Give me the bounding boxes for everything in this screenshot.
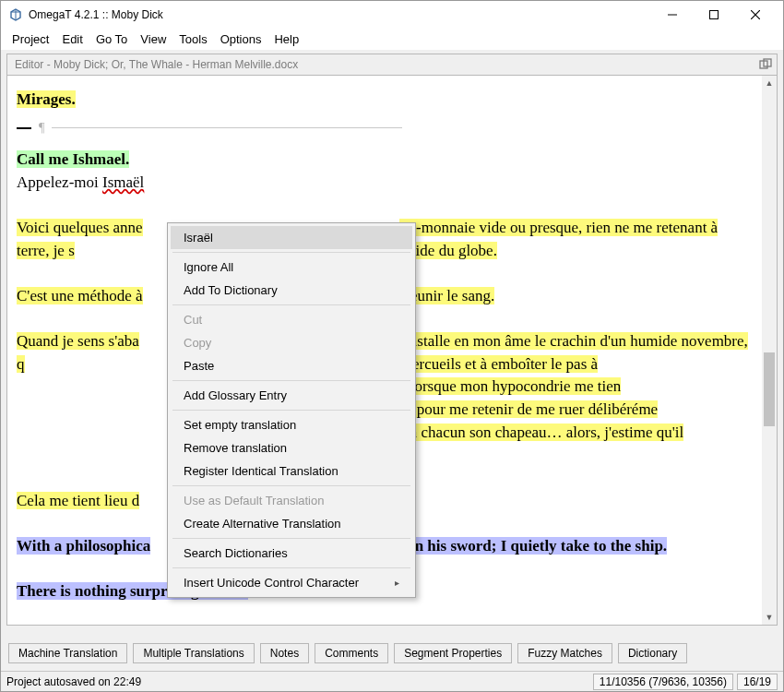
segment[interactable]: C'est une méthode à bbox=[17, 287, 143, 304]
status-progress: 16/19 bbox=[737, 674, 778, 690]
tab-segment-properties[interactable]: Segment Properties bbox=[394, 643, 512, 663]
ctx-separator bbox=[172, 538, 410, 539]
tab-machine-translation[interactable]: Machine Translation bbox=[8, 643, 127, 663]
ctx-paste[interactable]: Paste bbox=[171, 354, 412, 377]
close-button[interactable] bbox=[734, 1, 776, 29]
ctx-cut: Cut bbox=[171, 308, 412, 331]
ctx-remove-translation[interactable]: Remove translation bbox=[171, 436, 412, 459]
menu-edit[interactable]: Edit bbox=[56, 30, 88, 48]
context-menu: Israël Ignore All Add To Dictionary Cut … bbox=[167, 222, 416, 598]
menu-view[interactable]: View bbox=[135, 30, 172, 48]
ctx-create-alternative[interactable]: Create Alternative Translation bbox=[171, 512, 412, 535]
menu-bar: Project Edit Go To View Tools Options He… bbox=[1, 29, 783, 50]
tab-dictionary[interactable]: Dictionary bbox=[618, 643, 687, 663]
maximize-button[interactable] bbox=[693, 1, 734, 29]
ctx-set-empty-translation[interactable]: Set empty translation bbox=[171, 413, 412, 436]
ctx-add-to-dictionary[interactable]: Add To Dictionary bbox=[171, 279, 412, 302]
minimize-button[interactable] bbox=[651, 1, 693, 29]
svg-rect-3 bbox=[709, 11, 718, 19]
scroll-down-icon[interactable]: ▼ bbox=[762, 610, 777, 625]
segment[interactable]: Voici quelques anne bbox=[17, 219, 143, 236]
tab-fuzzy-matches[interactable]: Fuzzy Matches bbox=[517, 643, 612, 663]
menu-tools[interactable]: Tools bbox=[173, 30, 212, 48]
segment-target[interactable]: Appelez-moi Ismaël bbox=[17, 173, 144, 191]
tab-multiple-translations[interactable]: Multiple Translations bbox=[133, 643, 254, 663]
tab-notes[interactable]: Notes bbox=[260, 643, 309, 663]
segment[interactable]: Cela me tient lieu d bbox=[17, 492, 139, 509]
segment-untranslated[interactable]: pon his sword; I quietly take to the shi… bbox=[398, 537, 667, 555]
ctx-separator bbox=[172, 380, 410, 381]
docking-icon[interactable] bbox=[758, 57, 773, 72]
ctx-insert-unicode[interactable]: Insert Unicode Control Character bbox=[171, 571, 412, 594]
segment[interactable]: Mirages. bbox=[17, 90, 76, 108]
ctx-add-glossary[interactable]: Add Glossary Entry bbox=[171, 384, 412, 407]
status-bar: Project autosaved on 22:49 11/10356 (7/9… bbox=[1, 671, 783, 691]
bottom-tabs: Machine Translation Multiple Translation… bbox=[6, 639, 778, 669]
ctx-separator bbox=[172, 567, 410, 568]
ctx-separator bbox=[172, 485, 410, 486]
tab-comments[interactable]: Comments bbox=[315, 643, 388, 663]
scroll-up-icon[interactable]: ▲ bbox=[762, 76, 777, 90]
status-segment-counts: 11/10356 (7/9636, 10356) bbox=[593, 674, 733, 690]
ctx-copy: Copy bbox=[171, 331, 412, 354]
ctx-search-dictionaries[interactable]: Search Dictionaries bbox=[171, 542, 412, 565]
status-autosave: Project autosaved on 22:49 bbox=[6, 675, 589, 688]
paragraph-separator: ¶ bbox=[17, 119, 753, 137]
ctx-separator bbox=[172, 410, 410, 411]
ctx-use-default-translation: Use as Default Translation bbox=[171, 489, 412, 512]
app-icon bbox=[8, 7, 23, 22]
segment[interactable]: Quand je sens s'aba bbox=[17, 332, 139, 350]
window-title: OmegaT 4.2.1 :: Moby Dick bbox=[29, 8, 651, 21]
menu-options[interactable]: Options bbox=[215, 30, 267, 48]
editor-tab-title: Editor - Moby Dick; Or, The Whale - Herm… bbox=[15, 58, 298, 71]
title-bar: OmegaT 4.2.1 :: Moby Dick bbox=[1, 1, 783, 29]
ctx-ignore-all[interactable]: Ignore All bbox=[171, 256, 412, 279]
segment-untranslated[interactable]: With a philosophica bbox=[17, 537, 150, 555]
ctx-register-identical[interactable]: Register Identical Translation bbox=[171, 459, 412, 483]
menu-goto[interactable]: Go To bbox=[90, 30, 133, 48]
ctx-separator bbox=[172, 304, 410, 305]
vertical-scrollbar[interactable]: ▲ ▼ bbox=[762, 76, 777, 625]
ctx-spell-suggestion[interactable]: Israël bbox=[171, 226, 412, 249]
menu-project[interactable]: Project bbox=[6, 30, 54, 48]
scroll-thumb[interactable] bbox=[764, 352, 775, 426]
spell-error[interactable]: Ismaël bbox=[102, 173, 144, 191]
ctx-separator bbox=[172, 252, 410, 253]
segment-source-active[interactable]: Call me Ishmael. bbox=[17, 150, 129, 168]
menu-help[interactable]: Help bbox=[268, 30, 304, 48]
editor-tab-header: Editor - Moby Dick; Or, The Whale - Herm… bbox=[6, 54, 778, 76]
